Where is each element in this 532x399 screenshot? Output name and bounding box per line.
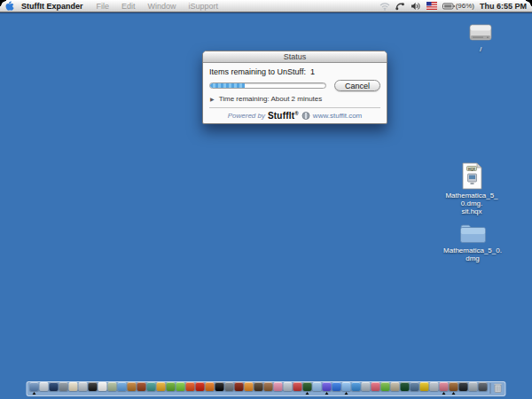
dock-icon-45[interactable]	[469, 382, 478, 395]
stuffit-logo-icon	[301, 112, 310, 120]
keyboard-flag-icon[interactable]	[426, 2, 437, 10]
running-app-indicator	[33, 392, 36, 395]
dock-icon-39[interactable]	[411, 382, 419, 395]
dock-icon-glyph	[157, 382, 166, 391]
dock-icon-18[interactable]	[206, 382, 215, 395]
dock-icon-glyph	[98, 382, 107, 391]
dock-icon-5[interactable]	[79, 382, 88, 395]
dock-icon-38[interactable]	[401, 382, 410, 395]
dock-icon-glyph	[274, 382, 283, 391]
dock-icon-23[interactable]	[254, 382, 263, 395]
volume-icon[interactable]	[411, 2, 421, 11]
disclosure-triangle-icon[interactable]: ▶	[210, 96, 215, 102]
dock-icon-14[interactable]	[167, 382, 176, 395]
dock-icon-3[interactable]	[59, 382, 68, 395]
dock-icon-37[interactable]	[391, 382, 400, 395]
registered-mark: ®	[294, 111, 299, 116]
dock-icon-36[interactable]	[381, 382, 390, 395]
dock-icon-46[interactable]	[479, 382, 488, 395]
desktop-icon-folder[interactable]: Mathematica_5_0.dmg	[443, 223, 502, 262]
dock-icon-glyph	[430, 382, 439, 391]
dock-icon-0[interactable]	[30, 382, 39, 395]
dock-icon-19[interactable]	[215, 382, 224, 395]
dock-icon-30[interactable]	[323, 382, 332, 395]
menu-edit[interactable]: Edit	[115, 2, 142, 11]
dock-icon-glyph	[215, 382, 224, 391]
desktop-icon-hard-disk[interactable]: /	[461, 23, 500, 53]
dock-icon-40[interactable]	[420, 382, 429, 395]
dock-icon-glyph	[381, 382, 390, 391]
dock-icon-24[interactable]	[264, 382, 273, 395]
time-remaining-label: Time remaining: About 2 minutes	[219, 95, 323, 103]
dock-icon-31[interactable]	[332, 382, 341, 395]
dock-icon-28[interactable]	[303, 382, 312, 395]
modem-phone-icon[interactable]	[395, 2, 405, 11]
dock-icon-41[interactable]	[430, 382, 439, 395]
dock-icon-glyph	[323, 382, 332, 391]
dock-icon-22[interactable]	[245, 382, 254, 395]
dock-icon-1[interactable]	[40, 382, 49, 395]
desktop-icon-hqx-archive[interactable]: HQX Mathematica_5_0.dmg. sit.hqx	[445, 162, 498, 215]
dock-icon-glyph	[225, 382, 234, 391]
cancel-button[interactable]: Cancel	[334, 80, 380, 91]
dock-icon-17[interactable]	[196, 382, 205, 395]
menu-file[interactable]: File	[90, 2, 116, 11]
dock-icon-16[interactable]	[186, 382, 195, 395]
dock-icon-glyph	[235, 382, 244, 391]
dock-icon-glyph	[245, 382, 254, 391]
dock-icon-glyph	[40, 382, 49, 391]
dock-icon-32[interactable]	[342, 382, 351, 395]
hard-disk-label: /	[480, 45, 481, 53]
menu-window[interactable]: Window	[142, 2, 183, 11]
stuffit-url[interactable]: www.stuffit.com	[313, 112, 362, 120]
dock-icon-7[interactable]	[98, 382, 107, 395]
dock-icon-9[interactable]	[118, 382, 127, 395]
dock-icon-10[interactable]	[128, 382, 137, 395]
dock-icon-glyph	[459, 382, 468, 391]
menu-app-name[interactable]: StuffIt Expander	[20, 2, 90, 11]
hqx-archive-label: Mathematica_5_0.dmg. sit.hqx	[445, 192, 498, 215]
dock-icon-35[interactable]	[372, 382, 380, 395]
dock-icon-11[interactable]	[137, 382, 146, 395]
dock-icon-glyph	[332, 382, 341, 391]
dock-icon-43[interactable]	[450, 382, 458, 395]
dock-icon-glyph	[313, 382, 322, 391]
dock-icon-21[interactable]	[235, 382, 244, 395]
dock-icon-6[interactable]	[89, 382, 98, 395]
dock-icon-glyph	[69, 382, 78, 391]
dock-icon-8[interactable]	[108, 382, 117, 395]
dock-icon-27[interactable]	[293, 382, 302, 395]
dock-icon-15[interactable]	[176, 382, 185, 395]
dock-icon-44[interactable]	[459, 382, 468, 395]
dock-icon-glyph	[450, 382, 458, 391]
dock-trash-icon[interactable]	[494, 382, 503, 395]
stuffit-brand: StuffIt®	[268, 111, 299, 121]
battery-icon[interactable]: (96%)	[442, 2, 474, 10]
dock-icon-42[interactable]	[440, 382, 449, 395]
dock-icon-25[interactable]	[274, 382, 283, 395]
items-remaining-label: Items remaining to UnStuff: 1	[209, 67, 380, 76]
dock-icon-glyph	[254, 382, 263, 391]
running-app-indicator	[452, 392, 456, 395]
dock-icon-12[interactable]	[147, 382, 156, 395]
dock-icon-26[interactable]	[284, 382, 293, 395]
dock-icon-20[interactable]	[225, 382, 234, 395]
dock-icon-4[interactable]	[69, 382, 78, 395]
dock-icon-glyph	[342, 382, 351, 391]
menu-isupport[interactable]: iSupport	[183, 2, 225, 11]
airport-wifi-icon[interactable]	[379, 2, 390, 11]
dock-icon-33[interactable]	[352, 382, 361, 395]
dock-icon-glyph	[391, 382, 400, 391]
dock-icon-29[interactable]	[313, 382, 322, 395]
menu-clock[interactable]: Thu 6:55 PM	[480, 2, 527, 11]
dock-icon-2[interactable]	[50, 382, 59, 395]
running-app-indicator	[306, 392, 309, 395]
hard-disk-icon	[468, 23, 493, 43]
dock-icon-13[interactable]	[157, 382, 166, 395]
dock-icon-glyph	[284, 382, 293, 391]
dock-icon-glyph	[167, 382, 176, 391]
svg-text:HQX: HQX	[468, 168, 475, 171]
dock-icon-34[interactable]	[362, 382, 371, 395]
dialog-title-bar[interactable]: Status	[203, 51, 387, 63]
dock-icon-glyph	[293, 382, 302, 391]
